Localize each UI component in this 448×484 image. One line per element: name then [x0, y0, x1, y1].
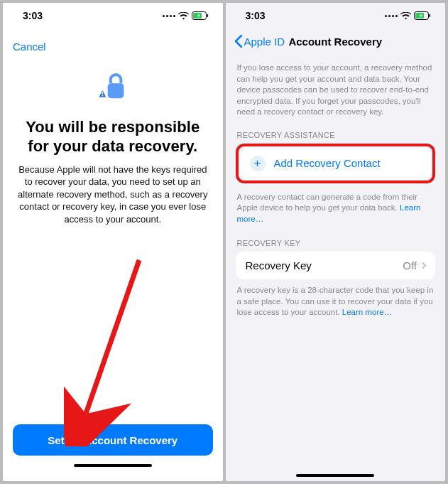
chevron-right-icon — [420, 262, 427, 269]
status-bar: 3:03 — [3, 3, 223, 28]
status-bar: 3:03 — [226, 3, 446, 28]
section-header-key: RECOVERY KEY — [237, 239, 435, 247]
battery-icon — [192, 11, 209, 20]
svg-rect-1 — [193, 13, 202, 18]
modal-sheet: Cancel You will be responsible for your … — [3, 28, 223, 481]
recovery-key-label: Recovery Key — [246, 259, 312, 271]
battery-icon — [414, 11, 431, 20]
wifi-icon — [178, 12, 189, 20]
recovery-key-value-wrap: Off — [403, 259, 425, 271]
cell-group-key: Recovery Key Off — [236, 252, 436, 279]
add-recovery-contact-label: Add Recovery Contact — [274, 157, 381, 169]
wifi-icon — [400, 12, 411, 20]
chevron-left-icon — [234, 35, 243, 48]
cell-group-assistance: + Add Recovery Contact — [240, 148, 432, 179]
svg-point-4 — [102, 95, 103, 96]
cancel-button[interactable]: Cancel — [13, 38, 213, 58]
status-time: 3:03 — [23, 10, 43, 21]
settings-body: If you lose access to your account, a re… — [226, 54, 446, 481]
setup-account-recovery-button[interactable]: Set Up Account Recovery — [13, 424, 213, 456]
status-time: 3:03 — [246, 10, 266, 21]
annotation-arrow — [64, 254, 149, 446]
back-label: Apple ID — [244, 36, 285, 48]
recovery-key-cell[interactable]: Recovery Key Off — [236, 252, 436, 279]
phone-left: 3:03 Cancel You will be responsible for … — [3, 3, 223, 481]
headline: You will be responsible for your data re… — [17, 118, 209, 156]
back-button[interactable]: Apple ID — [234, 35, 285, 48]
assistance-footer: A recovery contact can generate a code f… — [237, 192, 435, 225]
key-footer: A recovery key is a 28-character code th… — [237, 285, 435, 318]
phone-right: 3:03 Apple ID Account Recovery If you lo… — [226, 3, 446, 481]
recovery-key-value: Off — [403, 259, 417, 271]
svg-rect-8 — [415, 13, 424, 18]
section-header-assistance: RECOVERY ASSISTANCE — [237, 131, 435, 139]
svg-rect-3 — [107, 83, 124, 98]
annotation-highlight: + Add Recovery Contact — [236, 144, 436, 183]
svg-rect-2 — [207, 14, 208, 17]
cellular-icon — [163, 15, 175, 17]
add-recovery-contact-cell[interactable]: + Add Recovery Contact — [240, 148, 432, 179]
home-indicator — [296, 474, 374, 477]
body-text: Because Apple will not have the keys req… — [16, 163, 210, 226]
status-icons — [163, 11, 209, 20]
nav-bar: Apple ID Account Recovery — [226, 28, 446, 54]
learn-more-link[interactable]: Learn more… — [342, 308, 392, 316]
svg-line-6 — [81, 260, 139, 428]
home-indicator — [74, 464, 152, 467]
lock-alert-icon — [13, 68, 213, 108]
cellular-icon — [385, 15, 398, 17]
status-icons — [385, 11, 431, 20]
intro-text: If you lose access to your account, a re… — [237, 63, 435, 118]
nav-title: Account Recovery — [288, 36, 382, 48]
svg-rect-5 — [102, 92, 102, 94]
svg-rect-9 — [430, 14, 431, 17]
plus-icon: + — [250, 156, 266, 171]
